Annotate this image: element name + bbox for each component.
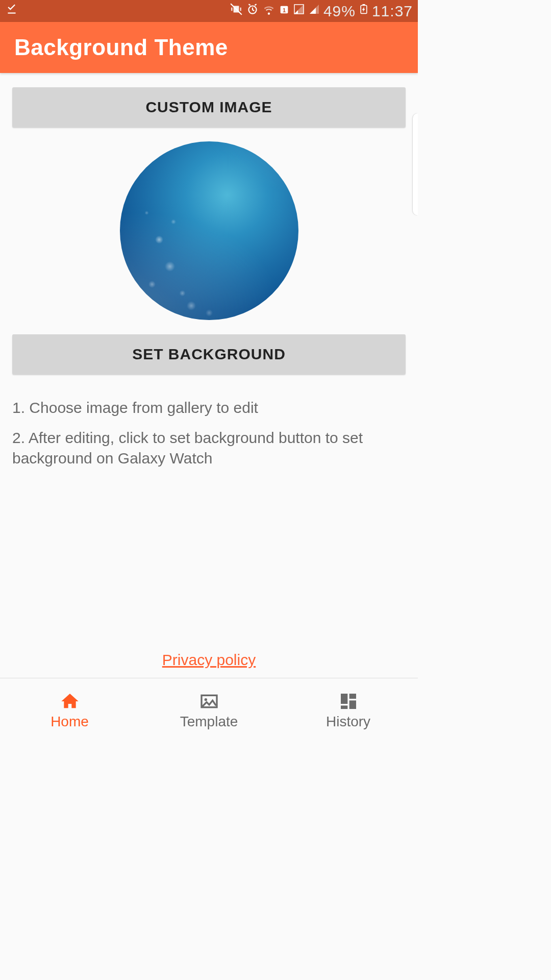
- custom-image-button[interactable]: CUSTOM IMAGE: [12, 87, 406, 127]
- set-background-button[interactable]: SET BACKGROUND: [12, 334, 406, 374]
- nav-history-label: History: [326, 714, 370, 730]
- privacy-policy-link[interactable]: Privacy policy: [162, 651, 256, 668]
- download-done-icon: [5, 3, 18, 19]
- svg-rect-9: [349, 694, 356, 699]
- image-icon: [199, 692, 219, 710]
- page-title: Background Theme: [14, 35, 228, 60]
- background-preview-circle[interactable]: [120, 141, 298, 320]
- signal2-icon: [308, 3, 320, 19]
- status-bar: 1 49% 11:37: [0, 0, 418, 22]
- nav-home[interactable]: Home: [0, 678, 139, 743]
- svg-point-7: [204, 698, 207, 701]
- scroll-edge-indicator[interactable]: [413, 113, 418, 215]
- instruction-line-2: 2. After editing, click to set backgroun…: [12, 428, 406, 469]
- sim1-icon: 1: [279, 3, 290, 19]
- nav-history[interactable]: History: [279, 678, 418, 743]
- nav-template-label: Template: [180, 714, 238, 730]
- svg-rect-5: [362, 4, 365, 6]
- vibrate-mute-icon: [230, 3, 243, 19]
- wifi-icon: [262, 3, 276, 19]
- bottom-nav: Home Template History: [0, 678, 418, 743]
- home-icon: [60, 692, 80, 710]
- alarm-icon: [246, 3, 259, 19]
- screen: 1 49% 11:37 Background Theme CUSTOM IMAG…: [0, 0, 418, 743]
- battery-charging-icon: [359, 2, 369, 20]
- instructions: 1. Choose image from gallery to edit 2. …: [12, 398, 406, 478]
- status-right: 1 49% 11:37: [230, 2, 413, 20]
- battery-percent: 49%: [323, 3, 356, 20]
- svg-rect-11: [341, 705, 347, 709]
- nav-template[interactable]: Template: [139, 678, 279, 743]
- nav-home-label: Home: [51, 714, 89, 730]
- preview-area: [12, 127, 406, 334]
- instruction-line-1: 1. Choose image from gallery to edit: [12, 398, 406, 419]
- clock-time: 11:37: [372, 3, 413, 20]
- status-left: [5, 3, 18, 19]
- svg-rect-10: [349, 700, 356, 709]
- dashboard-icon: [338, 692, 359, 710]
- content: CUSTOM IMAGE SET BACKGROUND 1. Choose im…: [0, 73, 418, 678]
- signal1-icon: [293, 3, 305, 19]
- svg-rect-8: [341, 694, 347, 704]
- app-bar: Background Theme: [0, 22, 418, 73]
- privacy-wrap: Privacy policy: [12, 651, 406, 669]
- svg-text:1: 1: [283, 7, 286, 13]
